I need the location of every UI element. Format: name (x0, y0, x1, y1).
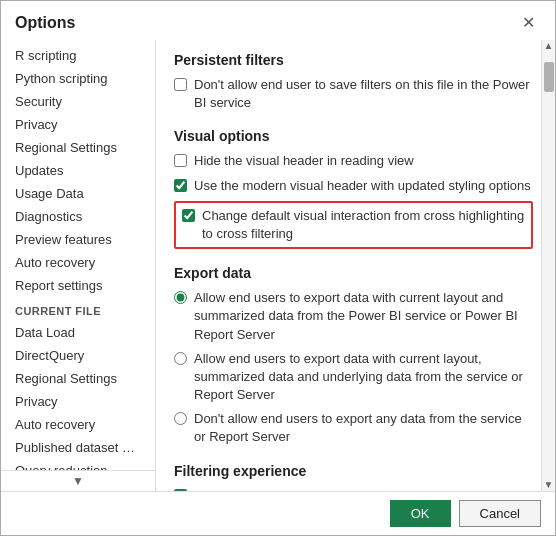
option-label-persistent-filters-0: Don't allow end user to save filters on … (194, 76, 533, 112)
sidebar-item-global-2[interactable]: Security (1, 90, 155, 113)
option-label-export-data-1: Allow end users to export data with curr… (194, 350, 533, 405)
cancel-button[interactable]: Cancel (459, 500, 541, 527)
option-row-export-data-2: Don't allow end users to export any data… (174, 410, 533, 446)
ok-button[interactable]: OK (390, 500, 451, 527)
sidebar-scroll-area[interactable]: R scriptingPython scriptingSecurityPriva… (1, 40, 155, 470)
sidebar-item-current-0[interactable]: Data Load (1, 321, 155, 344)
option-label-visual-options-0: Hide the visual header in reading view (194, 152, 414, 170)
section-visual-options: Visual optionsHide the visual header in … (174, 128, 533, 249)
section-persistent-filters: Persistent filtersDon't allow end user t… (174, 52, 533, 112)
sidebar-item-global-5[interactable]: Updates (1, 159, 155, 182)
sidebar-item-current-5[interactable]: Published dataset set... (1, 436, 155, 459)
sidebar-item-global-7[interactable]: Diagnostics (1, 205, 155, 228)
option-row-visual-options-1: Use the modern visual header with update… (174, 177, 533, 195)
highlighted-option-row: Change default visual interaction from c… (174, 201, 533, 249)
option-row-export-data-0: Allow end users to export data with curr… (174, 289, 533, 344)
section-title-visual-options: Visual options (174, 128, 533, 144)
option-checkbox-highlighted[interactable] (182, 209, 195, 222)
sidebar-item-current-6[interactable]: Query reduction (1, 459, 155, 470)
dialog-footer: OK Cancel (1, 491, 555, 535)
sidebar-item-current-1[interactable]: DirectQuery (1, 344, 155, 367)
section-filtering-experience: Filtering experienceAllow users to chang… (174, 463, 533, 491)
sidebar: R scriptingPython scriptingSecurityPriva… (1, 40, 156, 491)
sidebar-item-global-4[interactable]: Regional Settings (1, 136, 155, 159)
sidebar-item-global-8[interactable]: Preview features (1, 228, 155, 251)
scroll-down-arrow[interactable]: ▼ (540, 479, 555, 491)
option-input-export-data-0[interactable] (174, 291, 187, 304)
option-row-filtering-experience-0: Allow users to change filter types (174, 487, 533, 491)
option-label-highlighted: Change default visual interaction from c… (202, 207, 525, 243)
option-label-filtering-experience-0: Allow users to change filter types (194, 487, 384, 491)
close-button[interactable]: ✕ (516, 11, 541, 34)
section-title-persistent-filters: Persistent filters (174, 52, 533, 68)
sidebar-item-current-4[interactable]: Auto recovery (1, 413, 155, 436)
option-label-export-data-2: Don't allow end users to export any data… (194, 410, 533, 446)
option-input-visual-options-0[interactable] (174, 154, 187, 167)
scroll-up-arrow[interactable]: ▲ (540, 40, 555, 52)
option-input-export-data-2[interactable] (174, 412, 187, 425)
sidebar-item-current-2[interactable]: Regional Settings (1, 367, 155, 390)
title-bar: Options ✕ (1, 1, 555, 40)
sidebar-scroll-down-button[interactable]: ▼ (1, 470, 155, 491)
option-input-export-data-1[interactable] (174, 352, 187, 365)
main-content: Persistent filtersDon't allow end user t… (156, 40, 555, 491)
option-row-export-data-1: Allow end users to export data with curr… (174, 350, 533, 405)
sidebar-item-global-3[interactable]: Privacy (1, 113, 155, 136)
sidebar-item-global-1[interactable]: Python scripting (1, 67, 155, 90)
option-input-visual-options-1[interactable] (174, 179, 187, 192)
section-title-filtering-experience: Filtering experience (174, 463, 533, 479)
dialog-body: R scriptingPython scriptingSecurityPriva… (1, 40, 555, 491)
scroll-track (542, 52, 555, 479)
sidebar-item-global-9[interactable]: Auto recovery (1, 251, 155, 274)
section-title-export-data: Export data (174, 265, 533, 281)
main-scrollbar[interactable]: ▲ ▼ (541, 40, 555, 491)
dialog-title: Options (15, 14, 75, 32)
options-dialog: Options ✕ R scriptingPython scriptingSec… (0, 0, 556, 536)
scroll-thumb (544, 62, 554, 92)
sidebar-section-header: CURRENT FILE (1, 297, 155, 321)
option-label-export-data-0: Allow end users to export data with curr… (194, 289, 533, 344)
option-input-persistent-filters-0[interactable] (174, 78, 187, 91)
option-row-visual-options-0: Hide the visual header in reading view (174, 152, 533, 170)
main-scroll-area[interactable]: Persistent filtersDon't allow end user t… (156, 40, 555, 491)
section-export-data: Export dataAllow end users to export dat… (174, 265, 533, 447)
option-row-persistent-filters-0: Don't allow end user to save filters on … (174, 76, 533, 112)
sidebar-item-global-10[interactable]: Report settings (1, 274, 155, 297)
sidebar-item-current-3[interactable]: Privacy (1, 390, 155, 413)
sidebar-item-global-6[interactable]: Usage Data (1, 182, 155, 205)
option-input-filtering-experience-0[interactable] (174, 489, 187, 491)
sidebar-item-global-0[interactable]: R scripting (1, 44, 155, 67)
option-label-visual-options-1: Use the modern visual header with update… (194, 177, 531, 195)
